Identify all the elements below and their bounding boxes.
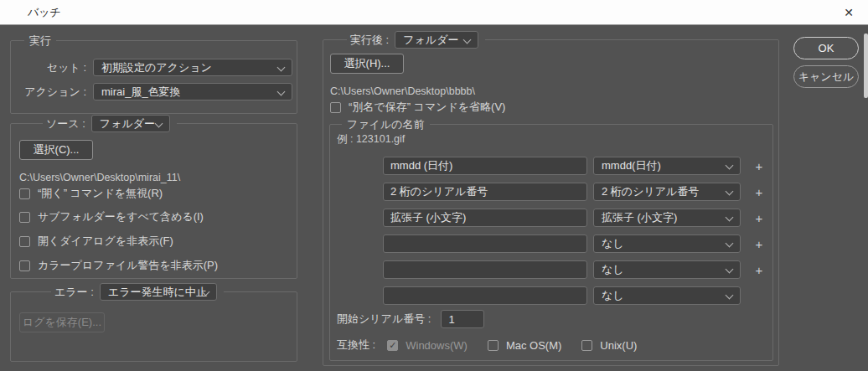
chevron-down-icon <box>726 188 734 196</box>
checkbox-icon <box>19 236 30 247</box>
cancel-button[interactable]: キャンセル <box>793 65 859 88</box>
naming-row: なし + <box>330 260 774 279</box>
naming-dropdown-5[interactable]: なし <box>593 260 741 279</box>
error-value: エラー発生時に中止 <box>108 285 207 300</box>
add-element-button[interactable]: + <box>751 209 767 227</box>
suppress-open-dialog-label: 開くダイアログを非表示(F) <box>38 234 173 249</box>
source-group: ソース : フォルダー 選択(C)... C:\Users\Owner\Desk… <box>10 123 297 279</box>
naming-dropdown-value: 2 桁のシリアル番号 <box>602 184 699 199</box>
checkbox-icon <box>330 102 341 113</box>
naming-row: mmdd(日付) + <box>330 157 774 175</box>
ok-button[interactable]: OK <box>793 37 859 59</box>
serial-number-input[interactable] <box>441 310 484 328</box>
source-label: ソース : <box>46 116 85 131</box>
checkbox-icon <box>581 340 592 351</box>
naming-text-input-1[interactable] <box>383 157 587 175</box>
naming-text-input-4[interactable] <box>383 234 587 253</box>
naming-text-input-5[interactable] <box>383 260 587 279</box>
compat-windows-label: Windows(W) <box>406 339 468 352</box>
exec-group: 実行 セット : 初期設定のアクション アクション : mirai_服_色変換 <box>10 40 297 114</box>
close-icon: ✕ <box>844 6 854 19</box>
override-open-checkbox[interactable]: “開く” コマンドを無視(R) <box>19 187 163 200</box>
compat-windows-checkbox[interactable]: ✓ Windows(W) <box>387 338 468 352</box>
skip-save-as-checkbox[interactable]: “別名で保存” コマンドを省略(V) <box>330 100 505 114</box>
suppress-profile-warning-checkbox[interactable]: カラープロファイル警告を非表示(P) <box>19 259 218 272</box>
action-label: アクション : <box>16 85 93 100</box>
source-dropdown[interactable]: フォルダー <box>91 115 170 132</box>
chevron-down-icon <box>726 162 734 170</box>
chevron-down-icon <box>277 88 286 96</box>
suppress-open-dialog-checkbox[interactable]: 開くダイアログを非表示(F) <box>19 234 173 248</box>
naming-dropdown-value: なし <box>602 288 624 303</box>
scrollbar-thumb[interactable] <box>864 33 868 98</box>
compat-unix-label: Unix(U) <box>600 339 637 352</box>
naming-dropdown-2[interactable]: 2 桁のシリアル番号 <box>593 183 741 201</box>
naming-dropdown-value: なし <box>602 236 624 251</box>
save-log-label: ログを保存(E)... <box>23 315 101 330</box>
ok-label: OK <box>819 42 834 54</box>
chevron-down-icon <box>726 291 734 300</box>
naming-row: なし <box>330 286 774 305</box>
error-dropdown[interactable]: エラー発生時に中止 <box>100 283 217 301</box>
compat-unix-checkbox[interactable]: Unix(U) <box>581 338 637 352</box>
checkbox-icon <box>19 212 30 223</box>
add-element-button[interactable]: + <box>751 183 767 201</box>
close-button[interactable]: ✕ <box>829 0 868 25</box>
naming-row: 2 桁のシリアル番号 + <box>330 183 774 201</box>
naming-text-input-6[interactable] <box>383 286 587 305</box>
set-label: セット : <box>16 60 93 75</box>
naming-text-input-3[interactable] <box>383 209 587 227</box>
checkbox-icon <box>19 260 30 271</box>
cancel-label: キャンセル <box>798 70 855 85</box>
compatibility-label: 互換性 : <box>337 338 375 353</box>
source-value: フォルダー <box>100 116 155 131</box>
chevron-down-icon <box>154 120 163 128</box>
destination-label: 実行後 : <box>350 33 389 48</box>
naming-dropdown-6[interactable]: なし <box>593 286 741 305</box>
choose-destination-label: 選択(H)... <box>344 56 390 71</box>
choose-source-button[interactable]: 選択(C)... <box>19 140 93 160</box>
naming-row: 拡張子 (小文字) + <box>330 209 774 227</box>
checkbox-checked-icon: ✓ <box>387 340 398 351</box>
naming-dropdown-1[interactable]: mmdd(日付) <box>593 157 741 175</box>
destination-group: 実行後 : フォルダー 選択(H)... C:\Users\Owner\Desk… <box>323 39 779 366</box>
chevron-down-icon <box>726 265 734 274</box>
error-label: エラー : <box>54 285 94 300</box>
choose-source-label: 選択(C)... <box>34 142 80 157</box>
action-set-value: 初期設定のアクション <box>101 60 212 75</box>
chevron-down-icon <box>726 240 734 248</box>
destination-dropdown[interactable]: フォルダー <box>395 31 478 49</box>
action-set-dropdown[interactable]: 初期設定のアクション <box>93 59 292 76</box>
naming-dropdown-value: mmdd(日付) <box>602 158 661 173</box>
chevron-down-icon <box>277 64 286 72</box>
chevron-down-icon <box>463 36 472 44</box>
compat-macos-label: Mac OS(M) <box>506 339 561 352</box>
naming-dropdown-3[interactable]: 拡張子 (小文字) <box>593 209 741 227</box>
destination-path: C:\Users\Owner\Desktop\bbbb\ <box>330 85 475 97</box>
skip-save-as-label: “別名で保存” コマンドを省略(V) <box>349 100 505 115</box>
action-dropdown[interactable]: mirai_服_色変換 <box>93 83 292 100</box>
compat-macos-checkbox[interactable]: Mac OS(M) <box>488 338 561 352</box>
source-path: C:\Users\Owner\Desktop\mirai_11\ <box>19 172 180 183</box>
naming-text-input-2[interactable] <box>383 183 587 201</box>
choose-destination-button[interactable]: 選択(H)... <box>330 54 404 74</box>
window-title: バッチ <box>0 5 61 20</box>
naming-dropdown-4[interactable]: なし <box>593 234 741 253</box>
add-element-button[interactable]: + <box>751 157 767 175</box>
naming-row: なし + <box>330 234 774 253</box>
destination-value: フォルダー <box>403 33 458 48</box>
dialog-body: 実行 セット : 初期設定のアクション アクション : mirai_服_色変換 … <box>0 25 868 371</box>
titlebar: バッチ ✕ <box>0 0 868 25</box>
save-log-button[interactable]: ログを保存(E)... <box>19 312 105 332</box>
checkbox-icon <box>488 340 499 351</box>
serial-number-label: 開始シリアル番号 : <box>337 312 431 327</box>
add-element-button[interactable]: + <box>751 234 767 253</box>
suppress-profile-warning-label: カラープロファイル警告を非表示(P) <box>38 258 218 273</box>
file-naming-title: ファイルの名前 <box>342 117 430 131</box>
include-subfolders-label: サブフォルダーをすべて含める(I) <box>38 209 204 224</box>
add-element-button[interactable]: + <box>751 260 767 279</box>
action-value: mirai_服_色変換 <box>101 85 181 100</box>
override-open-label: “開く” コマンドを無視(R) <box>38 186 163 201</box>
include-subfolders-checkbox[interactable]: サブフォルダーをすべて含める(I) <box>19 210 204 224</box>
chevron-down-icon <box>726 214 734 222</box>
